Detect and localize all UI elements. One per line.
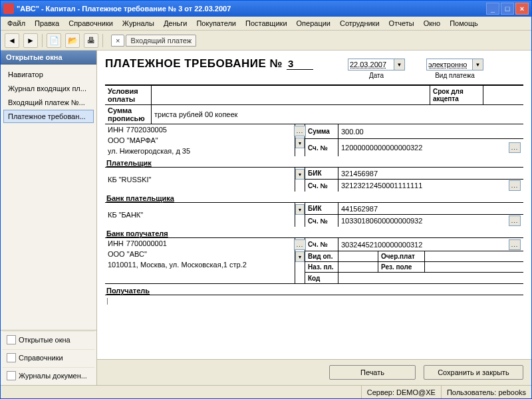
summa-label: Сумма bbox=[305, 124, 338, 139]
nav-back-button[interactable]: ◄ bbox=[5, 33, 19, 48]
section-recv-bank: Банк получателя bbox=[105, 227, 523, 237]
payer-name: ООО "МАРФА" bbox=[105, 135, 295, 146]
menu-money[interactable]: Деньги bbox=[160, 18, 192, 29]
accept-term-label: Срок для акцепта bbox=[430, 86, 483, 104]
recv-bank-sch-label: Сч. № bbox=[305, 215, 338, 227]
recv-sch-label: Сч. № bbox=[305, 238, 338, 251]
status-user-value: pebooks bbox=[498, 388, 526, 396]
recv-name: ООО "АВС" bbox=[105, 249, 295, 259]
close-button[interactable]: × bbox=[515, 3, 529, 15]
menu-directories[interactable]: Справочники bbox=[65, 18, 117, 29]
payer-sch-label: Сч. № bbox=[305, 139, 338, 156]
save-close-button[interactable]: Сохранить и закрыть bbox=[424, 365, 523, 380]
payer-sch-value[interactable]: 12000000000000000322 bbox=[341, 144, 422, 152]
recv-sch-value[interactable]: 30324452100000000312 bbox=[341, 241, 422, 249]
recv-lookup-button[interactable]: ... bbox=[294, 239, 306, 250]
tab-close-icon[interactable]: × bbox=[111, 35, 124, 47]
payer-sch-lookup[interactable]: ... bbox=[509, 142, 521, 153]
app-icon bbox=[3, 3, 14, 14]
menu-edit[interactable]: Правка bbox=[31, 18, 63, 29]
new-doc-button[interactable]: 📄 bbox=[47, 33, 61, 48]
sidebar-item-payment-request[interactable]: Платежное требован... bbox=[3, 110, 94, 123]
section-recv: Получатель bbox=[105, 283, 523, 295]
doc-number-field[interactable] bbox=[287, 58, 313, 70]
toolbar: ◄ ► 📄 📂 🖶 × Входящий платеж bbox=[1, 31, 531, 51]
conditions-label: Условия оплаты bbox=[105, 86, 152, 104]
paykind-label: Вид платежа bbox=[426, 72, 483, 79]
menu-suppliers[interactable]: Поставщики bbox=[241, 18, 291, 29]
payer-lookup-button[interactable]: ... bbox=[294, 126, 306, 136]
status-server-label: Сервер: bbox=[367, 388, 394, 396]
recv-bank-dropdown[interactable]: ▼ bbox=[295, 204, 305, 215]
nav-fwd-button[interactable]: ► bbox=[23, 33, 38, 48]
payer-bank-sch-label: Сч. № bbox=[305, 180, 338, 192]
print-button[interactable]: 🖶 bbox=[84, 33, 98, 48]
menu-operations[interactable]: Операции bbox=[293, 18, 334, 29]
menu-file[interactable]: Файл bbox=[3, 18, 29, 29]
payer-address: ул. Нижегородская, д 35 bbox=[105, 146, 295, 156]
menu-journals[interactable]: Журналы bbox=[118, 18, 158, 29]
open-button[interactable]: 📂 bbox=[65, 33, 80, 48]
vid-op-value[interactable] bbox=[338, 251, 378, 261]
payer-bik-value[interactable]: 321456987 bbox=[338, 168, 523, 180]
document-area: ПЛАТЕЖНОЕ ТРЕБОВАНИЕ № ▼ Дата bbox=[97, 51, 531, 359]
summa-value[interactable]: 300.00 bbox=[338, 124, 523, 139]
payer-bank-sch-lookup[interactable]: ... bbox=[509, 180, 521, 191]
window-title: "АВС" - Капитал - Платежное требование №… bbox=[17, 5, 231, 13]
menu-window[interactable]: Окно bbox=[420, 18, 445, 29]
accept-term-value[interactable] bbox=[483, 86, 523, 104]
journal-icon bbox=[7, 371, 16, 380]
recv-bank-sch-value[interactable]: 10330180600000000932 bbox=[341, 217, 422, 225]
menu-buyers[interactable]: Покупатели bbox=[192, 18, 240, 29]
payer-bank-sch-value[interactable]: 32123212450001111111 bbox=[341, 182, 422, 190]
status-server-value: DEMO@XE bbox=[396, 388, 436, 396]
sidebar-header: Открытые окна bbox=[1, 51, 96, 65]
maximize-button[interactable]: □ bbox=[501, 3, 514, 15]
date-label: Дата bbox=[348, 72, 405, 79]
payer-bank-name: КБ "RUSSKI" bbox=[105, 168, 295, 192]
sidebar-item-journal[interactable]: Журнал входящих пл... bbox=[3, 82, 94, 95]
recv-bik-value[interactable]: 441562987 bbox=[338, 203, 523, 215]
sidebar-item-incoming[interactable]: Входящий платеж №... bbox=[3, 96, 94, 109]
menu-employees[interactable]: Сотрудники bbox=[336, 18, 384, 29]
menu-reports[interactable]: Отчеты bbox=[385, 18, 418, 29]
vid-op-label: Вид оп. bbox=[305, 251, 338, 262]
sidebar-item-navigator[interactable]: Навигатор bbox=[3, 68, 94, 81]
recv-dropdown-icon[interactable]: ▼ bbox=[295, 251, 305, 262]
kod-value[interactable] bbox=[338, 273, 523, 283]
recv-inn-label: ИНН bbox=[108, 239, 124, 247]
ocher-value[interactable] bbox=[425, 251, 523, 261]
recv-sch-lookup[interactable]: ... bbox=[509, 239, 521, 250]
status-user-label: Пользователь: bbox=[447, 388, 496, 396]
sidebar-btn-open-windows[interactable]: Открытые окна bbox=[2, 331, 95, 348]
sidebar-btn-journals[interactable]: Журналы докумен... bbox=[2, 367, 95, 384]
sidebar: Открытые окна Навигатор Журнал входящих … bbox=[1, 51, 97, 385]
rez-value[interactable] bbox=[425, 262, 523, 272]
date-dropdown-icon[interactable]: ▼ bbox=[394, 59, 405, 70]
pay-kind-field[interactable] bbox=[426, 59, 473, 70]
minimize-button[interactable]: _ bbox=[486, 3, 499, 15]
conditions-value[interactable] bbox=[152, 86, 430, 104]
toolbar-separator bbox=[42, 34, 43, 47]
sidebar-btn-directories[interactable]: Справочники bbox=[2, 349, 95, 366]
titlebar: "АВС" - Капитал - Платежное требование №… bbox=[1, 1, 531, 17]
payer-inn-label: ИНН bbox=[108, 126, 124, 134]
section-payer-bank: Банк плательщика bbox=[105, 192, 523, 202]
doc-date-field[interactable] bbox=[348, 59, 394, 70]
payer-bank-dropdown[interactable]: ▼ bbox=[295, 169, 305, 180]
page-title: ПЛАТЕЖНОЕ ТРЕБОВАНИЕ № bbox=[105, 57, 283, 70]
recv-bank-sch-lookup[interactable]: ... bbox=[509, 215, 521, 226]
payer-dropdown-icon[interactable]: ▼ bbox=[295, 138, 305, 148]
ocher-label: Очер.плат bbox=[378, 251, 425, 261]
menu-help[interactable]: Помощь bbox=[446, 18, 482, 29]
section-payer: Плательщик bbox=[105, 156, 523, 167]
naz-pl-label: Наз. пл. bbox=[305, 262, 338, 273]
payer-inn-value: 7702030005 bbox=[126, 126, 167, 134]
windows-icon bbox=[7, 335, 16, 344]
recv-inn-value: 7700000001 bbox=[126, 239, 167, 247]
print-button[interactable]: Печать bbox=[329, 365, 416, 380]
paykind-dropdown-icon[interactable]: ▼ bbox=[473, 59, 483, 70]
tab-incoming-payment[interactable]: Входящий платеж bbox=[126, 35, 196, 47]
naz-pl-value[interactable] bbox=[338, 262, 378, 272]
kod-label: Код bbox=[305, 273, 338, 283]
